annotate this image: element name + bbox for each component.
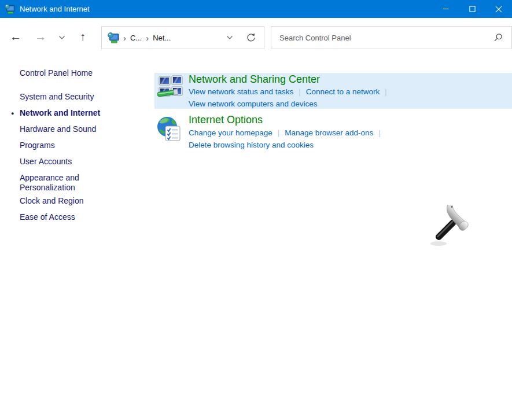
- minimize-icon: [443, 6, 449, 12]
- sidebar-item-appearance-and-personalization[interactable]: Appearance and Personalization: [0, 173, 154, 193]
- back-button[interactable]: ←: [8, 18, 24, 56]
- sidebar-item-control-panel-home[interactable]: Control Panel Home: [0, 68, 154, 78]
- minimize-button[interactable]: [432, 0, 459, 18]
- sidebar-item-hardware-and-sound[interactable]: Hardware and Sound: [0, 124, 154, 134]
- refresh-icon[interactable]: [246, 32, 256, 43]
- sidebar-item-ease-of-access[interactable]: Ease of Access: [0, 212, 154, 222]
- section-network-and-sharing-center: Network and Sharing Center View network …: [154, 73, 512, 109]
- search-icon[interactable]: [493, 33, 503, 42]
- maximize-button[interactable]: [459, 0, 485, 18]
- link-separator: |: [378, 128, 380, 137]
- network-internet-window-icon: [4, 3, 15, 14]
- internet-options-icon[interactable]: [156, 116, 183, 142]
- forward-button[interactable]: →: [32, 18, 49, 56]
- link-separator: |: [299, 87, 300, 96]
- change-your-homepage-link[interactable]: Change your homepage: [189, 128, 272, 137]
- active-item-bullet-icon: ●: [11, 109, 14, 119]
- internet-options-link[interactable]: Internet Options: [189, 114, 263, 126]
- breadcrumb-separator: ›: [146, 33, 149, 43]
- sidebar-item-clock-and-region[interactable]: Clock and Region: [0, 196, 154, 206]
- section-body: Network and Sharing Center View network …: [189, 73, 507, 110]
- close-button[interactable]: [485, 0, 512, 18]
- task-link-row: Change your homepage|Manage browser add-…: [189, 127, 507, 139]
- search-input[interactable]: [271, 27, 493, 49]
- connect-to-a-network-link[interactable]: Connect to a network: [306, 87, 380, 96]
- address-dropdown-chevron-icon[interactable]: [226, 35, 233, 40]
- sidebar-item-programs[interactable]: Programs: [0, 141, 154, 150]
- section-internet-options: Internet Options Change your homepage|Ma…: [154, 114, 512, 149]
- view-network-status-and-tasks-link[interactable]: View network status and tasks: [189, 87, 293, 96]
- up-button[interactable]: ↑: [75, 18, 91, 56]
- breadcrumb-item-control-panel[interactable]: C...: [130, 34, 142, 42]
- link-separator: |: [385, 87, 386, 96]
- breadcrumb-item-network-internet[interactable]: Net...: [153, 34, 171, 42]
- task-link-row: View network status and tasks|Connect to…: [189, 86, 507, 98]
- search-box: [271, 26, 512, 49]
- sidebar-item-network-and-internet[interactable]: ● Network and Internet: [0, 108, 154, 118]
- maximize-icon: [469, 6, 476, 12]
- address-bar[interactable]: › C... › Net...: [101, 26, 264, 49]
- hammer-cursor-icon: [429, 205, 475, 249]
- task-link-row: Delete browsing history and cookies: [189, 139, 507, 151]
- sidebar-item-system-and-security[interactable]: System and Security: [0, 92, 154, 102]
- close-icon: [495, 6, 502, 13]
- manage-browser-add-ons-link[interactable]: Manage browser add-ons: [285, 128, 373, 137]
- window-title: Network and Internet: [20, 5, 90, 13]
- section-body: Internet Options Change your homepage|Ma…: [189, 114, 507, 151]
- recent-locations-chevron-icon[interactable]: [58, 35, 65, 40]
- control-panel-location-icon: [107, 32, 119, 44]
- titlebar: Network and Internet: [0, 0, 512, 18]
- window-controls: [432, 0, 512, 18]
- task-link-row: View network computers and devices: [189, 98, 507, 110]
- toolbar: ← → ↑ › C... › Net...: [0, 18, 512, 56]
- network-and-sharing-center-link[interactable]: Network and Sharing Center: [189, 73, 320, 86]
- breadcrumb-separator: ›: [123, 33, 126, 43]
- sidebar: Control Panel Home System and Security ●…: [0, 68, 154, 229]
- link-separator: |: [278, 128, 279, 137]
- network-and-sharing-center-icon[interactable]: [157, 74, 184, 101]
- view-network-computers-and-devices-link[interactable]: View network computers and devices: [189, 100, 318, 108]
- delete-browsing-history-and-cookies-link[interactable]: Delete browsing history and cookies: [189, 141, 314, 149]
- sidebar-item-user-accounts[interactable]: User Accounts: [0, 157, 154, 167]
